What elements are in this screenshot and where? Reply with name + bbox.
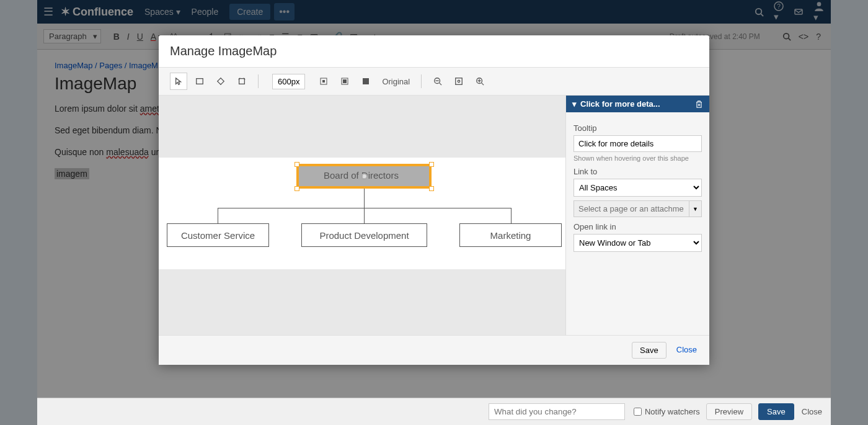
size-input[interactable]: 600px [272,74,305,89]
panel-header[interactable]: ▾ Click for more deta... [566,96,709,112]
change-comment-input[interactable] [489,403,625,420]
svg-line-23 [482,83,484,86]
polygon-tool[interactable] [233,73,250,90]
size-large-button[interactable] [357,73,374,90]
zoom-out-button[interactable] [429,73,446,90]
modal-footer: Save Close [159,335,709,365]
svg-rect-8 [197,79,203,84]
size-medium-button[interactable] [336,73,353,90]
rectangle-tool[interactable] [191,73,208,90]
openin-select[interactable]: New Window or Tab [574,234,702,252]
collapse-icon[interactable]: ▾ [572,99,577,109]
hotspot-properties-panel: ▾ Click for more deta... Tooltip Shown w… [565,96,709,335]
modal-save-button[interactable]: Save [632,342,666,359]
zoom-fit-button[interactable] [450,73,467,90]
modal-title: Manage ImageMap [159,35,709,68]
linkto-label: Link to [574,167,702,176]
resize-handle-ne[interactable] [429,162,434,167]
zoom-in-button[interactable] [471,73,489,90]
resize-handle-se[interactable] [429,186,434,191]
delete-hotspot-button[interactable] [695,100,703,109]
org-box-customer-service[interactable]: Customer Service [167,223,269,247]
modal-close-button[interactable]: Close [673,342,701,359]
page-save-button[interactable]: Save [758,403,794,420]
svg-rect-9 [239,79,245,84]
svg-line-18 [440,83,442,86]
hotspot-center-dot[interactable] [361,173,368,180]
svg-rect-15 [343,79,347,83]
svg-point-21 [458,80,460,83]
tooltip-help: Shown when hovering over this shape [574,154,702,162]
modal-toolbar: 600px Original [159,68,709,96]
preview-button[interactable]: Preview [706,403,752,420]
size-small-button[interactable] [315,73,332,90]
linkto-select[interactable]: All Spaces [574,179,702,197]
page-select-dropdown-icon[interactable]: ▼ [689,200,702,217]
imagemap-modal: Manage ImageMap 600px Original [159,35,709,365]
original-size-button[interactable]: Original [382,77,410,86]
org-box-product-development[interactable]: Product Development [301,223,427,247]
page-footer-bar: Notify watchers Preview Save Close [37,398,831,425]
imagemap-canvas[interactable]: Customer Service Product Development Mar… [159,96,565,335]
svg-rect-16 [363,78,369,84]
tooltip-label: Tooltip [574,123,702,133]
resize-handle-sw[interactable] [294,186,299,191]
svg-rect-20 [456,78,463,85]
notify-watchers-checkbox[interactable]: Notify watchers [634,407,700,416]
page-select-input[interactable] [574,200,689,217]
circle-tool[interactable] [212,73,229,90]
selected-hotspot[interactable]: Board of Directors [296,164,432,189]
pointer-tool[interactable] [170,73,187,90]
openin-label: Open link in [574,222,702,231]
org-box-marketing[interactable]: Marketing [459,223,562,247]
page-close-button[interactable]: Close [802,407,822,416]
resize-handle-nw[interactable] [294,162,299,167]
svg-rect-13 [322,80,325,83]
tooltip-input[interactable] [574,135,702,152]
